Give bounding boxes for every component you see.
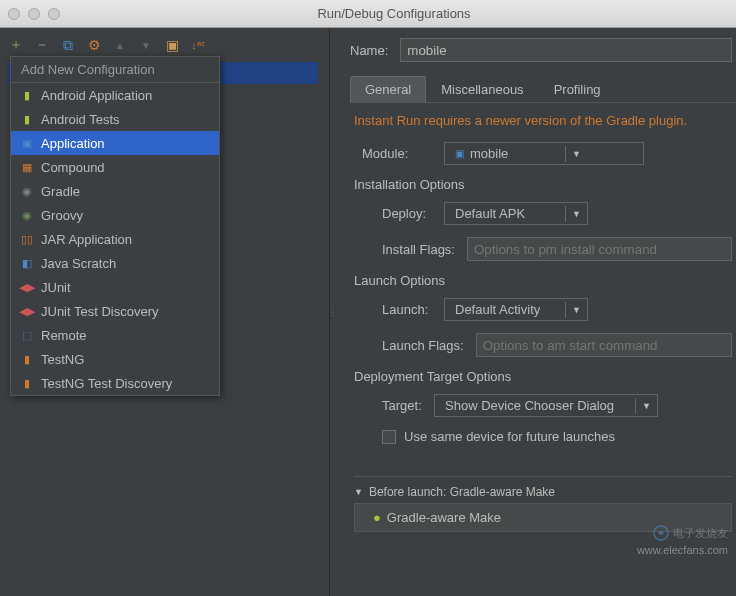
popup-item-java-scratch[interactable]: ◧Java Scratch (11, 251, 219, 275)
same-device-label: Use same device for future launches (404, 429, 615, 444)
popup-item-label: Remote (41, 328, 87, 343)
popup-item-jar-application[interactable]: ▯▯JAR Application (11, 227, 219, 251)
launch-label: Launch: (362, 302, 432, 317)
window-controls (8, 8, 60, 20)
watermark-url: www.elecfans.com (637, 544, 728, 556)
add-config-popup: Add New Configuration ▮Android Applicati… (10, 56, 220, 396)
popup-item-label: JUnit (41, 280, 71, 295)
popup-item-label: Gradle (41, 184, 80, 199)
app-icon: ▣ (19, 135, 35, 151)
scratch-icon: ◧ (19, 255, 35, 271)
popup-item-junit-test-discovery[interactable]: ◀▶JUnit Test Discovery (11, 299, 219, 323)
gradle-icon: ◉ (19, 183, 35, 199)
popup-item-label: JAR Application (41, 232, 132, 247)
popup-item-compound[interactable]: ▦Compound (11, 155, 219, 179)
launch-section-title: Launch Options (354, 273, 732, 288)
popup-header: Add New Configuration (11, 57, 219, 83)
popup-item-label: Application (41, 136, 105, 151)
popup-item-testng[interactable]: ▮TestNG (11, 347, 219, 371)
launch-dropdown[interactable]: Default Activity ▼ (444, 298, 588, 321)
launch-value: Default Activity (455, 302, 540, 317)
jar-icon: ▯▯ (19, 231, 35, 247)
before-launch-section: ▼ Before launch: Gradle-aware Make ● Gra… (354, 476, 732, 532)
folder-icon[interactable]: ▣ (164, 37, 180, 53)
gradle-icon: ● (373, 510, 381, 525)
titlebar: Run/Debug Configurations (0, 0, 736, 28)
junit-icon: ◀▶ (19, 279, 35, 295)
install-flags-label: Install Flags: (362, 242, 455, 257)
up-icon[interactable]: ▲ (112, 37, 128, 53)
junit-disc-icon: ◀▶ (19, 303, 35, 319)
same-device-checkbox[interactable] (382, 430, 396, 444)
popup-item-android-application[interactable]: ▮Android Application (11, 83, 219, 107)
popup-item-label: Android Application (41, 88, 152, 103)
android-icon: ▮ (19, 111, 35, 127)
maximize-button[interactable] (48, 8, 60, 20)
remove-icon[interactable]: － (34, 37, 50, 53)
main-panel: Name: General Miscellaneous Profiling In… (336, 28, 736, 596)
popup-item-gradle[interactable]: ◉Gradle (11, 179, 219, 203)
testng-disc-icon: ▮ (19, 375, 35, 391)
popup-item-label: TestNG Test Discovery (41, 376, 172, 391)
popup-item-application[interactable]: ▣Application (11, 131, 219, 155)
settings-icon[interactable]: ⚙ (86, 37, 102, 53)
deploy-value: Default APK (455, 206, 525, 221)
testng-icon: ▮ (19, 351, 35, 367)
collapse-icon[interactable]: ▼ (354, 487, 363, 497)
popup-item-label: Android Tests (41, 112, 120, 127)
chevron-down-icon: ▼ (565, 146, 587, 162)
tab-general[interactable]: General (350, 76, 426, 103)
target-label: Target: (362, 398, 422, 413)
watermark: 电子发烧友 (653, 525, 728, 541)
module-value: mobile (470, 146, 508, 161)
launch-flags-label: Launch Flags: (362, 338, 464, 353)
popup-item-remote[interactable]: ⬚Remote (11, 323, 219, 347)
module-label: Module: (362, 146, 432, 161)
chevron-down-icon: ▼ (635, 398, 657, 414)
popup-item-groovy[interactable]: ◉Groovy (11, 203, 219, 227)
down-icon[interactable]: ▼ (138, 37, 154, 53)
groovy-icon: ◉ (19, 207, 35, 223)
remote-icon: ⬚ (19, 327, 35, 343)
tab-profiling[interactable]: Profiling (539, 76, 616, 102)
popup-item-label: Groovy (41, 208, 83, 223)
popup-item-junit[interactable]: ◀▶JUnit (11, 275, 219, 299)
popup-item-testng-test-discovery[interactable]: ▮TestNG Test Discovery (11, 371, 219, 395)
deploy-dropdown[interactable]: Default APK ▼ (444, 202, 588, 225)
module-dropdown[interactable]: ▣ mobile ▼ (444, 142, 644, 165)
install-flags-input[interactable] (467, 237, 732, 261)
deploy-target-section-title: Deployment Target Options (354, 369, 732, 384)
tab-miscellaneous[interactable]: Miscellaneous (426, 76, 538, 102)
install-section-title: Installation Options (354, 177, 732, 192)
popup-item-label: JUnit Test Discovery (41, 304, 159, 319)
module-icon: ▣ (455, 148, 464, 159)
minimize-button[interactable] (28, 8, 40, 20)
before-launch-title: Before launch: Gradle-aware Make (369, 485, 555, 499)
sort-icon[interactable]: ↓ᵃᶻ (190, 37, 206, 53)
before-launch-item-label: Gradle-aware Make (387, 510, 501, 525)
chevron-down-icon: ▼ (565, 302, 587, 318)
name-label: Name: (350, 43, 388, 58)
name-input[interactable] (400, 38, 732, 62)
deploy-label: Deploy: (362, 206, 432, 221)
chevron-down-icon: ▼ (565, 206, 587, 222)
copy-icon[interactable]: ⧉ (60, 37, 76, 53)
popup-item-android-tests[interactable]: ▮Android Tests (11, 107, 219, 131)
compound-icon: ▦ (19, 159, 35, 175)
tabs: General Miscellaneous Profiling (350, 76, 736, 103)
window-title: Run/Debug Configurations (60, 6, 728, 21)
target-dropdown[interactable]: Show Device Chooser Dialog ▼ (434, 394, 658, 417)
warning-text: Instant Run requires a newer version of … (354, 111, 732, 142)
tab-content: Instant Run requires a newer version of … (350, 103, 736, 532)
popup-item-label: Compound (41, 160, 105, 175)
close-button[interactable] (8, 8, 20, 20)
popup-item-label: Java Scratch (41, 256, 116, 271)
popup-item-label: TestNG (41, 352, 84, 367)
add-icon[interactable]: ＋ (8, 37, 24, 53)
android-icon: ▮ (19, 87, 35, 103)
launch-flags-input[interactable] (476, 333, 732, 357)
target-value: Show Device Chooser Dialog (445, 398, 614, 413)
